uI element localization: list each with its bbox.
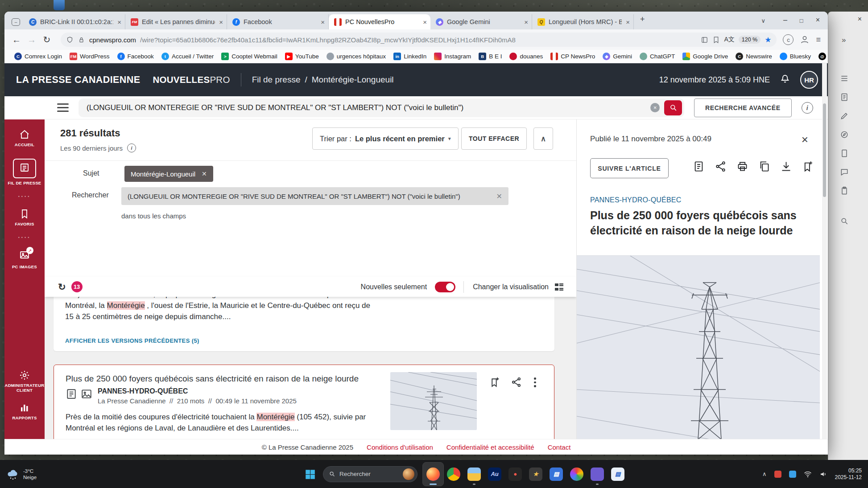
tab-close-icon[interactable]: ×	[423, 18, 427, 26]
bookmark-item[interactable]: Bluesky	[780, 53, 811, 60]
sidebar-item-rapports[interactable]: RAPPORTS	[4, 402, 45, 420]
search-button[interactable]	[664, 100, 682, 115]
chevron-double-icon[interactable]: »	[842, 36, 846, 45]
info-icon[interactable]: i	[802, 102, 813, 114]
article-thumbnail[interactable]	[390, 372, 477, 430]
bookmark-item[interactable]: f Facebook	[117, 53, 154, 60]
sidebar-item-fil-de-presse[interactable]: FIL DE PRESSE	[4, 159, 45, 185]
comment-icon[interactable]	[840, 168, 849, 178]
footer-link[interactable]: Confidentialité et accessibilité	[446, 443, 534, 451]
wifi-icon[interactable]	[804, 470, 812, 478]
article-title[interactable]: Plus de 250 000 foyers québécois sans él…	[66, 374, 359, 384]
tab-facebook[interactable]: f Facebook ×	[227, 14, 329, 29]
close-panel-icon[interactable]: ×	[802, 133, 808, 147]
info-icon[interactable]: i	[127, 144, 136, 152]
tab-bric-link[interactable]: C BRIC-Link II 00:01:c0:2a:13:f5 (B ×	[24, 14, 125, 29]
share-icon[interactable]	[715, 160, 727, 174]
bookmark-item[interactable]: ◆ Gemini	[603, 53, 632, 60]
taskbar-app-icon[interactable]	[566, 463, 587, 486]
start-button[interactable]	[304, 468, 316, 480]
close-button[interactable]: ×	[816, 16, 820, 24]
bookmark-item[interactable]: ▶ YouTube	[285, 53, 319, 60]
scrollbar[interactable]	[822, 63, 827, 455]
maximize-button[interactable]: □	[800, 17, 803, 24]
tray-sync-icon[interactable]	[789, 471, 796, 478]
back-icon[interactable]: ←	[9, 35, 24, 45]
page-icon[interactable]	[840, 149, 849, 160]
footer-link[interactable]: Conditions d'utilisation	[367, 443, 433, 451]
copy-icon[interactable]	[758, 160, 770, 174]
bookmark-item[interactable]: urgences hôpitaux	[327, 53, 386, 60]
collapse-filters-button[interactable]: ∧	[533, 127, 553, 150]
avatar[interactable]: HR	[800, 71, 818, 89]
desktop-icon[interactable]	[54, 0, 65, 10]
bookmark-add-icon[interactable]	[802, 160, 814, 174]
sidebar-item-favoris[interactable]: FAVORIS	[4, 209, 45, 226]
extension-icon[interactable]: c	[783, 34, 794, 45]
auto-refresh-icon[interactable]: ↻	[58, 282, 66, 292]
bookmark-item[interactable]: FM WordPress	[70, 53, 110, 60]
search-icon[interactable]	[840, 217, 849, 227]
taskbar-app-icon[interactable]: ▤	[546, 463, 566, 486]
minimize-button[interactable]: –	[783, 16, 787, 24]
menu-icon[interactable]: ≡	[816, 35, 821, 45]
clear-search-icon[interactable]: ×	[650, 103, 660, 112]
show-previous-versions-link[interactable]: AFFICHER LES VERSIONS PRÉCÉDENTES (5)	[65, 337, 199, 344]
bookmarks-panel-icon[interactable]	[712, 36, 720, 44]
sidebar-item-accueil[interactable]: ACCUEIL	[4, 129, 45, 147]
tray-app-icon[interactable]	[774, 471, 781, 478]
subject-chip[interactable]: Montérégie-Longueuil ✕	[124, 166, 213, 182]
tray-chevron-up-icon[interactable]: ∧	[762, 471, 767, 477]
sort-dropdown[interactable]: Trier par :Le plus récent en premier ▾	[312, 127, 459, 150]
print-icon[interactable]	[736, 160, 748, 174]
bookmark-item[interactable]: t Accueil / Twitter	[161, 53, 214, 60]
reload-icon[interactable]: ↻	[39, 34, 54, 45]
bookmark-item[interactable]: Google Drive	[682, 53, 728, 60]
tab-pc-nouvellespro[interactable]: PC NouvellesPro ×	[329, 14, 430, 29]
sidebar-item-administrateur-client[interactable]: ADMINISTRATEUR CLIENT	[4, 370, 45, 393]
text-view-icon[interactable]	[693, 160, 705, 174]
tab-close-icon[interactable]: ×	[321, 18, 325, 26]
article-card[interactable]: 000). Selon Julien Pellerin, la plupart …	[54, 297, 554, 351]
sidebar-item-pc-images[interactable]: ↗ PC IMAGES	[4, 250, 45, 269]
notifications-bell-icon[interactable]	[780, 74, 790, 86]
hamburger-icon[interactable]	[840, 74, 849, 85]
forward-icon[interactable]: →	[24, 35, 39, 45]
grid-view-icon[interactable]	[554, 282, 565, 292]
profile-icon[interactable]	[800, 35, 810, 45]
bookmark-item[interactable]: @ Threads	[818, 53, 828, 60]
article-card-selected[interactable]: Plus de 250 000 foyers québécois sans él…	[54, 365, 554, 439]
taskbar-app-icon[interactable]: ▤	[608, 463, 628, 486]
tab-close-icon[interactable]: ×	[219, 18, 223, 26]
tab-close-icon[interactable]: ×	[626, 18, 630, 26]
more-options-icon[interactable]	[534, 377, 536, 387]
edit-icon[interactable]	[840, 111, 849, 122]
bookmark-item[interactable]: ChatGPT	[640, 53, 675, 60]
bookmark-item[interactable]: Instagram	[434, 53, 471, 60]
share-icon[interactable]	[511, 377, 522, 390]
tab-google-gemini[interactable]: ◆ Google Gemini ×	[430, 14, 532, 29]
tab-list-icon[interactable]: –	[12, 18, 20, 26]
advanced-search-button[interactable]: RECHERCHE AVANCÉE	[694, 98, 792, 117]
news-only-toggle[interactable]	[435, 282, 455, 292]
bookmark-item[interactable]: C Newswire	[736, 53, 772, 60]
volume-icon[interactable]	[819, 470, 827, 478]
download-icon[interactable]	[780, 160, 792, 174]
bookmark-item[interactable]: C Comrex Login	[14, 53, 62, 60]
taskbar-app-icon[interactable]: ★	[525, 463, 546, 486]
bookmark-add-icon[interactable]	[489, 377, 500, 390]
taskbar-app-icon[interactable]	[443, 463, 464, 486]
tab-wordpress-edit[interactable]: FM Edit « Les pannes diminuent ma ×	[125, 14, 227, 29]
bookmark-item[interactable]: in LinkedIn	[393, 53, 426, 60]
brand-logo[interactable]: LA PRESSE CANADIENNE	[16, 74, 140, 86]
clipboard-icon[interactable]	[840, 186, 849, 197]
taskbar-clock[interactable]: 05:252025-11-12	[835, 467, 862, 481]
compass-icon[interactable]	[840, 130, 849, 141]
taskbar-search[interactable]: Rechercher	[323, 466, 417, 482]
address-bar[interactable]: cpnewspro.com /wire?topic=65a01b6806c76e…	[61, 33, 777, 47]
taskbar-app-icon[interactable]: Au	[484, 463, 505, 486]
tab-close-icon[interactable]: ×	[117, 18, 121, 26]
close-icon[interactable]: ×	[858, 15, 862, 23]
zoom-level-badge[interactable]: 120 %	[739, 36, 761, 44]
bookmark-item[interactable]: CP NewsPro	[550, 53, 595, 60]
